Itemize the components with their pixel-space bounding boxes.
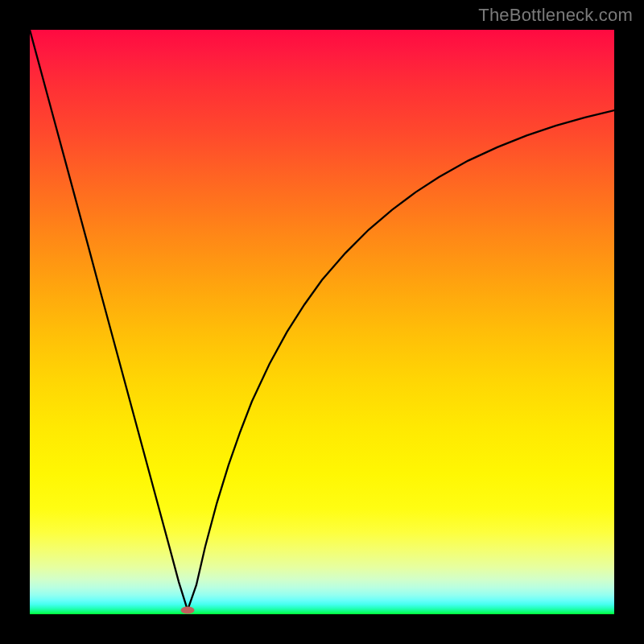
watermark-text: TheBottleneck.com (478, 5, 633, 26)
chart-frame: TheBottleneck.com (0, 0, 644, 644)
curve-right-segment (188, 110, 614, 610)
optimal-point-marker (181, 606, 195, 613)
curve-left-segment (30, 30, 188, 610)
bottleneck-curve (30, 30, 614, 614)
plot-area (30, 30, 614, 614)
